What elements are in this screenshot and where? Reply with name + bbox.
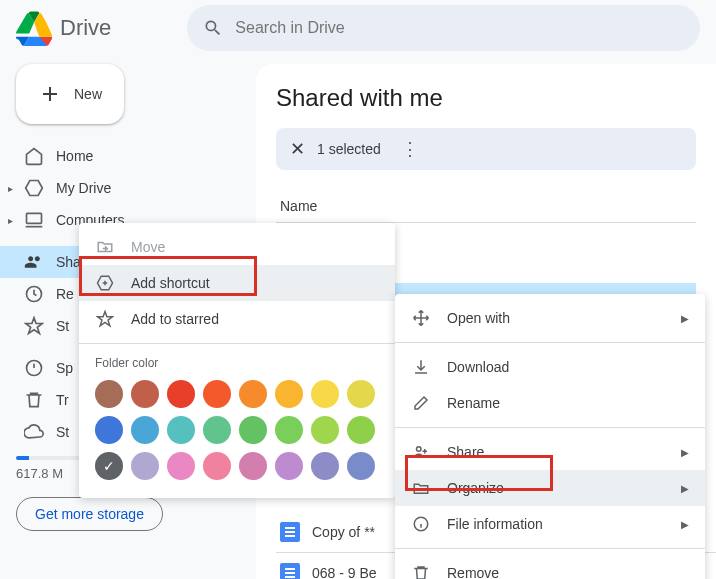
- recent-icon: [24, 284, 44, 304]
- chevron-right-icon: ▶: [681, 519, 689, 530]
- trash-icon: [24, 390, 44, 410]
- color-swatch[interactable]: [347, 416, 375, 444]
- color-swatch[interactable]: [131, 452, 159, 480]
- new-button-label: New: [74, 86, 102, 102]
- chevron-right-icon: ▶: [681, 483, 689, 494]
- menu-file-info[interactable]: File information ▶: [395, 506, 705, 542]
- color-swatch[interactable]: [131, 380, 159, 408]
- clear-selection-icon[interactable]: ✕: [290, 138, 305, 160]
- home-icon: [24, 146, 44, 166]
- menu-rename[interactable]: Rename: [395, 385, 705, 421]
- menu-add-shortcut[interactable]: Add shortcut: [79, 265, 395, 301]
- color-swatch[interactable]: [311, 380, 339, 408]
- remove-icon: [411, 564, 431, 579]
- svg-point-3: [417, 447, 422, 452]
- context-menu: Open with ▶ Download Rename Share ▶ Orga…: [395, 294, 705, 579]
- color-swatch[interactable]: [203, 416, 231, 444]
- menu-remove[interactable]: Remove: [395, 555, 705, 579]
- share-icon: [411, 443, 431, 461]
- computers-icon: [24, 210, 44, 230]
- chevron-right-icon: ▶: [681, 447, 689, 458]
- color-swatch[interactable]: [203, 452, 231, 480]
- info-icon: [411, 515, 431, 533]
- color-swatch[interactable]: [131, 416, 159, 444]
- color-swatch[interactable]: [239, 416, 267, 444]
- drive-icon: [24, 178, 44, 198]
- color-swatch[interactable]: [239, 452, 267, 480]
- organize-submenu: Move Add shortcut Add to starred Folder …: [79, 223, 395, 498]
- move-icon: [95, 238, 115, 256]
- get-storage-button[interactable]: Get more storage: [16, 497, 163, 531]
- menu-organize[interactable]: Organize ▶: [395, 470, 705, 506]
- color-swatch[interactable]: [275, 416, 303, 444]
- star-icon: [95, 310, 115, 328]
- color-swatch[interactable]: [311, 416, 339, 444]
- color-swatch[interactable]: [347, 380, 375, 408]
- nav-home[interactable]: Home: [0, 140, 244, 172]
- plus-icon: [38, 82, 62, 106]
- menu-move: Move: [79, 229, 395, 265]
- starred-icon: [24, 316, 44, 336]
- color-swatch[interactable]: [203, 380, 231, 408]
- selection-chip: ✕ 1 selected ⋮: [276, 128, 696, 170]
- menu-download[interactable]: Download: [395, 349, 705, 385]
- color-swatch[interactable]: [239, 380, 267, 408]
- color-swatch[interactable]: [167, 380, 195, 408]
- selection-count: 1 selected: [317, 141, 381, 157]
- color-swatch[interactable]: [167, 416, 195, 444]
- name-column-header[interactable]: Name: [276, 190, 696, 223]
- new-button[interactable]: New: [16, 64, 124, 124]
- color-swatch[interactable]: [167, 452, 195, 480]
- color-swatch[interactable]: [275, 380, 303, 408]
- app-name: Drive: [60, 15, 111, 41]
- open-with-icon: [411, 309, 431, 327]
- color-swatch[interactable]: [311, 452, 339, 480]
- folder-color-grid: [79, 374, 395, 492]
- more-actions-icon[interactable]: ⋮: [401, 138, 419, 160]
- menu-share[interactable]: Share ▶: [395, 434, 705, 470]
- rename-icon: [411, 394, 431, 412]
- folder-color-label: Folder color: [79, 350, 395, 374]
- svg-rect-0: [27, 213, 42, 223]
- shortcut-icon: [95, 274, 115, 292]
- docs-icon: [280, 563, 300, 579]
- storage-icon: [24, 422, 44, 442]
- chevron-right-icon: ▶: [681, 313, 689, 324]
- color-swatch[interactable]: [347, 452, 375, 480]
- shared-icon: [24, 252, 44, 272]
- menu-add-starred[interactable]: Add to starred: [79, 301, 395, 337]
- spam-icon: [24, 358, 44, 378]
- download-icon: [411, 358, 431, 376]
- menu-divider: [79, 343, 395, 344]
- drive-logo[interactable]: Drive: [16, 10, 111, 46]
- search-bar[interactable]: [187, 5, 700, 51]
- color-swatch[interactable]: [95, 416, 123, 444]
- docs-icon: [280, 522, 300, 542]
- search-input[interactable]: [235, 19, 684, 37]
- color-swatch[interactable]: [95, 380, 123, 408]
- nav-my-drive[interactable]: My Drive: [0, 172, 244, 204]
- color-swatch[interactable]: [275, 452, 303, 480]
- organize-icon: [411, 479, 431, 497]
- menu-open-with[interactable]: Open with ▶: [395, 300, 705, 336]
- search-icon: [203, 18, 223, 38]
- page-title: Shared with me: [276, 84, 696, 112]
- drive-logo-icon: [16, 10, 52, 46]
- color-swatch[interactable]: [95, 452, 123, 480]
